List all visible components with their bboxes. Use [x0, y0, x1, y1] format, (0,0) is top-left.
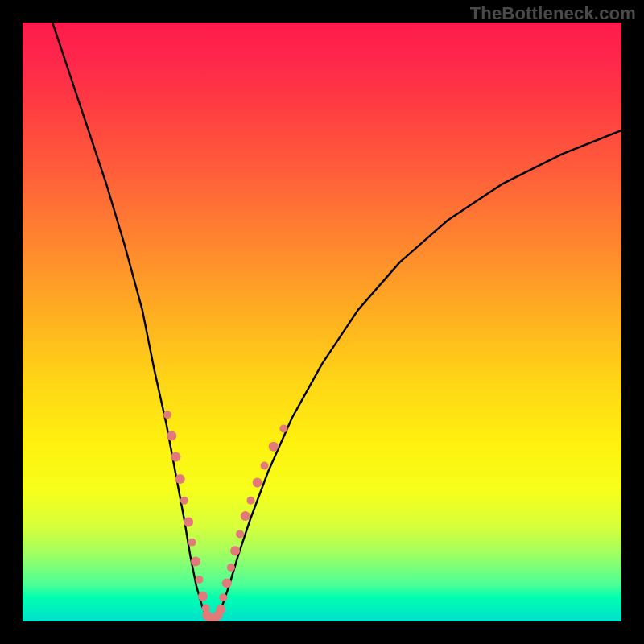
data-marker [222, 578, 232, 588]
data-marker [253, 477, 262, 487]
data-marker [184, 518, 193, 527]
data-marker [216, 605, 225, 614]
data-marker [279, 424, 287, 432]
data-marker [236, 530, 244, 538]
data-marker [167, 431, 176, 440]
data-marker [195, 576, 203, 584]
chart-frame: TheBottleneck.com [0, 0, 644, 644]
bottleneck-curve [52, 23, 621, 620]
data-marker [269, 442, 279, 452]
data-marker [180, 497, 188, 505]
data-marker [198, 592, 208, 601]
data-marker [188, 539, 196, 547]
data-marker [175, 474, 185, 484]
data-marker [219, 593, 227, 601]
plot-area [23, 23, 621, 621]
curve [52, 23, 621, 620]
data-marker [171, 452, 180, 461]
data-marker [163, 411, 171, 419]
data-markers [163, 411, 287, 621]
data-marker [241, 511, 250, 521]
chart-svg [23, 23, 621, 621]
data-marker [230, 546, 240, 555]
data-marker [227, 564, 235, 572]
watermark-label: TheBottleneck.com [470, 3, 636, 24]
data-marker [191, 557, 200, 567]
data-marker [261, 462, 269, 470]
data-marker [246, 497, 254, 505]
